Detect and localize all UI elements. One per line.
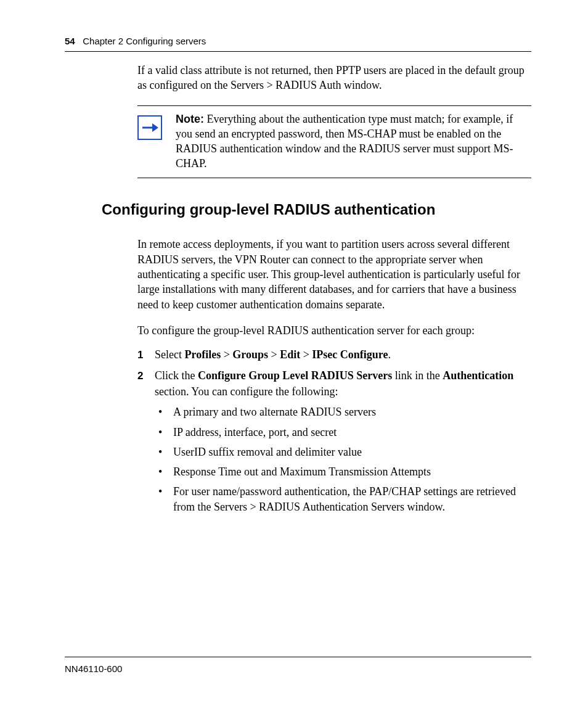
page-number: 54 [65, 36, 75, 46]
note-block: Note: Everything about the authenticatio… [137, 106, 531, 171]
bullet-icon: • [155, 404, 173, 420]
section-heading: Configuring group-level RADIUS authentic… [102, 199, 531, 220]
chapter-title: Chapter 2 Configuring servers [83, 36, 206, 46]
list-item: •A primary and two alternate RADIUS serv… [155, 404, 531, 420]
list-item: •For user name/password authentication, … [155, 484, 531, 515]
note-text: Note: Everything about the authenticatio… [176, 112, 531, 171]
document-id: NN46110-600 [65, 662, 531, 675]
bullet-icon: • [155, 464, 173, 480]
section-paragraph-1: In remote access deployments, if you wan… [137, 237, 531, 311]
header-rule [65, 51, 531, 52]
list-item: •IP address, interface, port, and secret [155, 425, 531, 440]
intro-paragraph: If a valid class attribute is not return… [137, 63, 531, 93]
step-number: 2 [137, 369, 155, 384]
step-number: 1 [137, 348, 155, 363]
ordered-steps: 1 Select Profiles > Groups > Edit > IPse… [137, 347, 531, 400]
note-rule-bottom [137, 178, 531, 178]
list-item: •Response Time out and Maximum Transmiss… [155, 464, 531, 480]
note-body: Everything about the authentication type… [176, 113, 513, 170]
bullet-icon: • [155, 425, 173, 440]
step-item: 2 Click the Configure Group Level RADIUS… [137, 367, 531, 400]
bullet-icon: • [155, 445, 173, 460]
step-body: Select Profiles > Groups > Edit > IPsec … [155, 347, 531, 363]
step-body: Click the Configure Group Level RADIUS S… [155, 367, 531, 400]
page-header: 54 Chapter 2 Configuring servers [65, 35, 531, 47]
section-paragraph-2: To configure the group-level RADIUS auth… [137, 323, 531, 338]
step-item: 1 Select Profiles > Groups > Edit > IPse… [137, 347, 531, 363]
footer-rule [65, 657, 531, 657]
arrow-right-icon [137, 115, 162, 140]
list-item: •UserID suffix removal and delimiter val… [155, 445, 531, 460]
bullet-icon: • [155, 484, 173, 499]
svg-marker-1 [152, 123, 158, 132]
note-label: Note: [176, 113, 204, 125]
bullet-list: •A primary and two alternate RADIUS serv… [155, 404, 531, 515]
page-footer: NN46110-600 [65, 657, 531, 675]
